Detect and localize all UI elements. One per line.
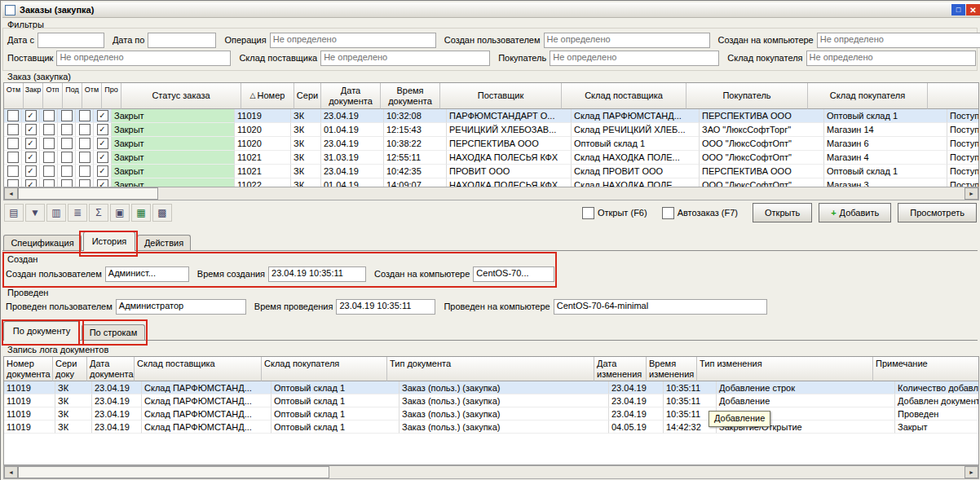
log-col-header[interactable]: Тип документа [387,357,594,381]
filter-field-date-from[interactable] [38,33,104,48]
orders-scroll-track[interactable] [158,187,965,200]
checkbox-icon[interactable]: ✓ [25,165,37,177]
title-bar[interactable]: Заказы (закупка) □ ✕ [2,2,980,18]
order-check-cell[interactable] [76,137,94,151]
order-check-cell[interactable]: ✓ [22,151,40,165]
checkbox-icon[interactable] [79,124,90,135]
order-check-cell[interactable] [4,137,22,151]
order-check-cell[interactable] [40,151,58,165]
order-check-cell[interactable]: ✓ [94,109,112,123]
order-check-cell[interactable] [58,109,76,123]
order-check-cell[interactable] [40,165,58,178]
checkbox-icon[interactable]: ✓ [97,152,108,163]
order-row[interactable]: ✓✓Закрыт11021ЗК31.03.1912:55:11НАХОДКА П… [4,151,978,165]
open-button[interactable]: Открыть [753,203,812,222]
list-icon[interactable]: ≣ [68,204,87,222]
log-row[interactable]: 11019ЗК23.04.19Склад ПАРФЮМСТАНД...Оптов… [4,394,978,407]
add-button[interactable]: +Добавить [819,203,891,222]
order-check-cell[interactable]: ✓ [94,137,112,151]
order-check-cell[interactable] [58,123,76,137]
log-col-header[interactable]: Сери доку [53,357,87,381]
order-check-cell[interactable] [40,109,58,123]
log-table[interactable]: Номер документаСери докуДата документаСк… [3,356,979,465]
log-col-header[interactable]: Время изменения [647,357,697,381]
tab-history[interactable]: История [83,231,135,251]
sum-icon[interactable]: Σ [89,204,108,222]
filter-field-created-by-user[interactable]: Не определено [544,33,710,48]
checkbox-icon[interactable] [7,124,19,135]
checkbox-icon[interactable]: ✓ [25,124,37,135]
order-row[interactable]: ✓✓Закрыт11019ЗК23.04.1910:32:08ПАРФЮМСТА… [4,109,978,123]
autoorder-checkbox[interactable]: Автозаказ (F7) [662,207,738,219]
order-row[interactable]: ✓✓Закрыт11021ЗК23.04.1910:42:35ПРОВИТ ОО… [4,165,978,178]
print-icon[interactable]: ▣ [110,204,130,222]
checkbox-icon[interactable] [61,138,73,149]
order-check-cell[interactable]: ✓ [22,137,40,151]
checkbox-icon[interactable] [43,124,55,135]
checkbox-icon[interactable] [7,165,19,177]
checkbox-icon[interactable] [43,165,55,177]
order-check-cell[interactable] [4,109,22,123]
order-check-cell[interactable]: ✓ [94,165,112,178]
close-icon[interactable]: ✕ [966,4,980,15]
order-check-cell[interactable]: ✓ [22,165,40,178]
log-row[interactable]: 11019ЗК23.04.19Склад ПАРФЮМСТАНД...Оптов… [4,407,978,421]
log-row[interactable]: 11019ЗК23.04.19Склад ПАРФЮМСТАНД...Оптов… [4,381,978,394]
order-row[interactable]: ✓✓Закрыт11020ЗК01.04.1912:15:43РЕЧИЦКИЙ … [4,123,978,137]
checkbox-icon[interactable] [43,138,55,149]
open-checkbox-box[interactable] [582,207,594,219]
log-row[interactable]: 11019ЗК23.04.19Склад ПАРФЮМСТАНД...Оптов… [4,421,978,434]
tab-actions[interactable]: Действия [137,235,191,251]
orders-h-scrollbar[interactable]: ◄ ► [3,187,979,200]
orders-col-header[interactable]: Время документа [381,83,440,109]
orders-check-col-header[interactable]: Отм [82,83,102,109]
order-check-cell[interactable] [76,109,94,123]
maximize-icon[interactable]: □ [951,4,965,15]
grid-settings-icon[interactable]: ▩ [152,204,172,222]
orders-scroll-thumb[interactable] [18,187,158,200]
order-check-cell[interactable] [58,137,76,151]
order-check-cell[interactable]: ✓ [94,123,112,137]
created-user-field[interactable]: Админист... [105,266,189,282]
orders-col-header[interactable]: Склад покупателя [808,83,928,109]
checkbox-icon[interactable]: ✓ [25,110,37,121]
order-check-cell[interactable] [58,165,76,178]
orders-col-header[interactable] [928,83,979,109]
orders-check-col-header[interactable]: Закр [24,83,43,109]
checkbox-icon[interactable] [79,152,90,163]
view-button[interactable]: Просмотреть [898,203,977,222]
log-scroll-track[interactable] [329,466,965,478]
posted-user-field[interactable]: Администратор [116,299,246,315]
checkbox-icon[interactable]: ✓ [97,124,108,135]
tab-by-document[interactable]: По документу [3,321,80,341]
log-scroll-thumb[interactable] [18,466,329,478]
order-check-cell[interactable] [58,151,76,165]
order-check-cell[interactable] [76,165,94,178]
posted-computer-field[interactable]: CentOS-70-64-minimal [554,299,767,315]
scroll-left-icon[interactable]: ◄ [4,187,18,200]
checkbox-icon[interactable]: ✓ [97,138,108,149]
checkbox-icon[interactable] [79,138,90,149]
filter-icon[interactable]: ▼ [25,204,45,222]
checkbox-icon[interactable]: ✓ [97,110,108,121]
tab-by-rows[interactable]: По строкам [82,324,145,341]
orders-check-col-header[interactable]: Под [63,83,82,109]
order-row[interactable]: ✓✓Закрыт11020ЗК23.04.1910:38:22ПЕРСПЕКТИ… [4,137,978,151]
checkbox-icon[interactable] [61,110,73,121]
order-check-cell[interactable]: ✓ [22,109,40,123]
order-check-cell[interactable]: ✓ [22,123,40,137]
tab-specification[interactable]: Спецификация [3,235,82,251]
log-h-scrollbar[interactable]: ◄ ► [3,465,979,479]
open-checkbox[interactable]: Открыт (F6) [582,207,647,219]
orders-col-header[interactable]: Статус заказа [121,83,241,109]
columns-icon[interactable]: ▥ [46,204,66,222]
order-check-cell[interactable] [40,123,58,137]
log-col-header[interactable]: Склад покупателя [262,357,387,381]
order-check-cell[interactable] [40,137,58,151]
log-col-header[interactable]: Номер документа [4,357,53,381]
filter-field-date-to[interactable] [148,33,216,48]
log-col-header[interactable]: Дата документа [87,357,135,381]
orders-check-col-header[interactable]: Отм [4,83,24,109]
scroll-right-icon[interactable]: ► [965,466,978,478]
orders-col-header[interactable]: Склад поставщика [562,83,686,109]
